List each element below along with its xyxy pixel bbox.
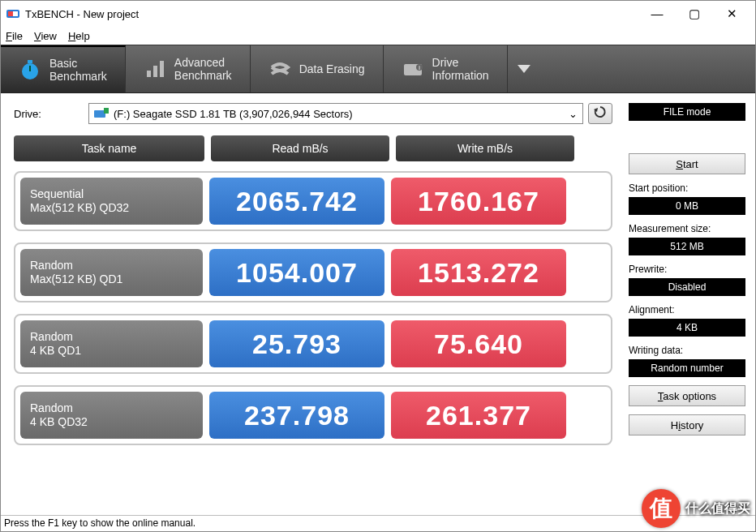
task-name-cell: Random 4 KB QD32	[20, 392, 203, 439]
tab-data-erasing[interactable]: Data Erasing	[251, 45, 384, 92]
drive-select[interactable]: (F:) Seagate SSD 1.81 TB (3,907,026,944 …	[88, 103, 583, 124]
task-name-2: Max(512 KB) QD32	[30, 201, 193, 216]
menu-help[interactable]: Help	[68, 30, 90, 42]
close-button[interactable]: ✕	[713, 2, 750, 26]
drive-info-icon: i	[402, 58, 424, 80]
measurement-size-label: Measurement size:	[629, 223, 745, 234]
drive-icon	[94, 108, 109, 119]
read-value-cell: 2065.742	[209, 178, 384, 225]
col-header-write: Write mB/s	[396, 135, 574, 161]
tab-strip: Basic Benchmark Advanced Benchmark Data …	[1, 45, 755, 93]
svg-rect-2	[8, 11, 13, 16]
watermark: 值 什么值得买	[642, 489, 750, 528]
task-name-1: Sequential	[30, 187, 193, 202]
bars-icon	[144, 58, 166, 80]
minimize-button[interactable]: —	[638, 2, 676, 26]
table-row: Random 4 KB QD32 237.798 261.377	[14, 385, 612, 445]
write-value-cell: 75.640	[391, 320, 566, 367]
write-value-cell: 1760.167	[391, 178, 566, 225]
task-name-cell: Sequential Max(512 KB) QD32	[20, 178, 203, 225]
alignment-label: Alignment:	[629, 304, 745, 315]
result-rows: Sequential Max(512 KB) QD32 2065.742 176…	[14, 171, 612, 445]
task-name-2: 4 KB QD1	[30, 344, 193, 358]
svg-rect-6	[147, 71, 151, 77]
prewrite-value[interactable]: Disabled	[629, 278, 745, 296]
stopwatch-icon	[19, 58, 41, 81]
table-row: Random Max(512 KB) QD1 1054.007 1513.272	[14, 242, 612, 302]
svg-marker-12	[518, 65, 530, 73]
start-button[interactable]: Start	[629, 153, 745, 174]
tab-drive-information[interactable]: i Drive Information	[384, 45, 508, 92]
tab-advanced-benchmark[interactable]: Advanced Benchmark	[126, 45, 251, 92]
svg-rect-4	[28, 60, 32, 63]
drive-value: (F:) Seagate SSD 1.81 TB (3,907,026,944 …	[114, 108, 353, 120]
reload-button[interactable]	[588, 103, 612, 124]
watermark-text: 什么值得买	[685, 500, 750, 517]
table-header: Task name Read mB/s Write mB/s	[14, 135, 612, 161]
task-name-2: 4 KB QD32	[30, 415, 193, 430]
history-button[interactable]: History	[629, 414, 745, 435]
write-value-cell: 261.377	[391, 392, 566, 439]
read-value-cell: 25.793	[209, 320, 384, 367]
prewrite-label: Prewrite:	[629, 264, 745, 275]
table-row: Random 4 KB QD1 25.793 75.640	[14, 314, 612, 374]
drive-label: Drive:	[14, 108, 88, 120]
col-header-task: Task name	[14, 135, 204, 161]
menu-view[interactable]: View	[34, 30, 57, 42]
svg-rect-8	[160, 61, 164, 77]
sidebar: FILE mode Start Start position: 0 MB Mea…	[625, 93, 755, 515]
tab-label: Drive Information	[432, 56, 489, 82]
reload-icon	[594, 105, 607, 122]
svg-rect-7	[153, 66, 157, 77]
writing-data-value[interactable]: Random number	[629, 359, 745, 377]
start-position-label: Start position:	[629, 182, 745, 194]
watermark-badge-icon: 值	[642, 489, 681, 528]
table-row: Sequential Max(512 KB) QD32 2065.742 176…	[14, 171, 612, 231]
tab-label: Basic Benchmark	[49, 57, 107, 83]
task-options-button[interactable]: Task options	[629, 385, 745, 406]
task-name-cell: Random Max(512 KB) QD1	[20, 249, 203, 296]
svg-rect-14	[104, 108, 109, 114]
measurement-size-value[interactable]: 512 MB	[629, 238, 745, 255]
alignment-value[interactable]: 4 KB	[629, 319, 745, 337]
title-bar: TxBENCH - New project — ▢ ✕	[1, 1, 755, 27]
task-name-1: Random	[30, 330, 193, 345]
writing-data-label: Writing data:	[629, 345, 745, 356]
window-title: TxBENCH - New project	[25, 8, 638, 20]
write-value-cell: 1513.272	[391, 249, 566, 296]
maximize-button[interactable]: ▢	[676, 2, 713, 26]
file-mode-button[interactable]: FILE mode	[629, 103, 745, 121]
svg-rect-13	[94, 110, 105, 118]
task-name-cell: Random 4 KB QD1	[20, 320, 203, 367]
read-value-cell: 237.798	[209, 392, 384, 439]
chevron-down-icon: ⌄	[569, 108, 578, 120]
task-name-1: Random	[30, 401, 193, 416]
task-name-1: Random	[30, 259, 193, 273]
tab-label: Data Erasing	[299, 62, 365, 75]
app-icon	[6, 6, 20, 21]
content-area: Drive: (F:) Seagate SSD 1.81 TB (3,907,0…	[1, 93, 625, 515]
start-position-value[interactable]: 0 MB	[629, 197, 745, 215]
tab-basic-benchmark[interactable]: Basic Benchmark	[1, 45, 126, 92]
drive-row: Drive: (F:) Seagate SSD 1.81 TB (3,907,0…	[14, 103, 612, 124]
tab-overflow-button[interactable]	[508, 45, 540, 92]
col-header-read: Read mB/s	[211, 135, 389, 161]
menu-file[interactable]: File	[6, 30, 23, 42]
read-value-cell: 1054.007	[209, 249, 384, 296]
menu-bar: File View Help	[1, 27, 755, 45]
erase-icon	[268, 58, 291, 80]
tab-label: Advanced Benchmark	[174, 56, 232, 82]
task-name-2: Max(512 KB) QD1	[30, 272, 193, 287]
main-area: Drive: (F:) Seagate SSD 1.81 TB (3,907,0…	[1, 93, 755, 515]
